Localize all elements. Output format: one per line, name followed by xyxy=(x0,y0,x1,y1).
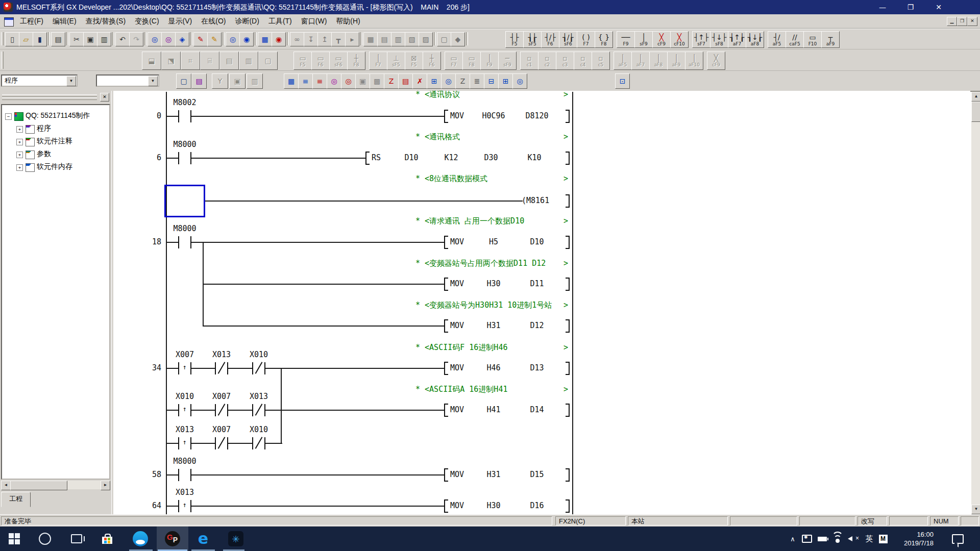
toolbar-comment-display-button[interactable]: ▢ xyxy=(176,73,191,89)
toolbar-find-contact-button[interactable]: ◎ xyxy=(327,73,341,89)
sfc-tool-2[interactable]: ⌗ xyxy=(181,52,200,70)
project-tab[interactable]: 工程 xyxy=(1,492,31,507)
close-panel-icon[interactable]: ✕ xyxy=(100,93,109,102)
sfc-symbol-c5-17-button[interactable]: ▫c5 xyxy=(592,52,610,70)
sfc-tool-1[interactable]: ⬔ xyxy=(161,52,181,70)
toolbar-window-split-button[interactable]: ⊟ xyxy=(484,73,499,89)
tree-hscroll-thumb[interactable] xyxy=(10,481,67,490)
program-type-combobox[interactable]: 程序▼ xyxy=(1,74,78,87)
ladder-contact[interactable] xyxy=(178,437,191,449)
sfc-symbol-F9-11-button[interactable]: │F9 xyxy=(480,52,499,70)
sfc-symbol-sF9-12-button[interactable]: ─sF9 xyxy=(498,52,517,70)
toolbar-ladder-block-button[interactable]: ⊞ xyxy=(427,73,442,89)
toolbar-note-show-button[interactable]: ≣ xyxy=(470,73,484,89)
toolbar-help-pointer-button[interactable]: ◆ xyxy=(451,32,465,46)
tree-item-1[interactable]: +软元件注释 xyxy=(3,137,110,147)
ladder-symbol-caF5-button[interactable]: ∕∕caF5 xyxy=(786,31,804,48)
ladder-symbol-cF10-button[interactable]: ╳cF10 xyxy=(670,31,689,48)
toolbar-program-structure-button[interactable]: ▤ xyxy=(191,73,207,89)
toolbar-undo-button[interactable]: ↶ xyxy=(115,32,130,46)
toolbar-zoom-out-button[interactable]: ◎ xyxy=(226,32,240,46)
chevron-down-icon[interactable]: ▼ xyxy=(66,76,76,86)
toolbar-monitor-start-button[interactable]: ≡ xyxy=(298,73,313,89)
sfc-symbol-aF10-22-button[interactable]: │aF10 xyxy=(685,52,703,70)
menu-item-4[interactable]: 显示(V) xyxy=(164,17,197,26)
toolbar-print-preview-button[interactable]: ▢ xyxy=(437,32,451,46)
toolbar-redo-button[interactable]: ↷ xyxy=(129,32,143,46)
toolbar-find-device-button[interactable]: ◈ xyxy=(175,32,189,46)
menu-item-7[interactable]: 工具(T) xyxy=(264,17,297,26)
ladder-symbol-F5-button[interactable]: ┤├F5 xyxy=(505,31,524,48)
minimize-button[interactable]: — xyxy=(871,0,894,14)
menu-item-9[interactable]: 帮助(H) xyxy=(331,17,364,26)
ladder-vscroll-thumb[interactable] xyxy=(971,102,980,122)
tree-expand-icon[interactable]: + xyxy=(16,139,23,145)
ladder-symbol-sF6-button[interactable]: ┧/┟sF6 xyxy=(559,31,577,48)
battery-icon[interactable] xyxy=(815,527,830,551)
toolbar-find-zoom-button[interactable]: ◎ xyxy=(441,73,456,89)
tree-item-3[interactable]: +软元件内存 xyxy=(3,162,110,172)
toolbar-search-step-button[interactable]: ┳ xyxy=(331,32,346,46)
sfc-tool-3[interactable]: ⌸ xyxy=(200,52,219,70)
toolbar-open-file-button[interactable]: ▱ xyxy=(19,32,33,46)
tree-expand-icon[interactable]: + xyxy=(16,152,23,158)
toolbar-window-cascade-button[interactable]: ⊞ xyxy=(498,73,513,89)
sfc-symbol-sF5-6-button[interactable]: ⊥sF5 xyxy=(387,52,405,70)
ladder-instruction[interactable]: RS xyxy=(372,153,381,162)
tree-item-0[interactable]: +程序 xyxy=(3,124,110,134)
toolbar-device-test-button[interactable]: ▣ xyxy=(355,73,370,89)
toolbar-skip-execute-button[interactable]: ▩ xyxy=(370,73,384,89)
sfc-symbol-c3-15-button[interactable]: ▫c3 xyxy=(556,52,574,70)
ladder-vscrollbar[interactable]: ▲ ▼ xyxy=(971,92,980,514)
toolbar-net-monitor-1-button[interactable]: ▦ xyxy=(363,32,378,46)
ladder-instruction[interactable]: MOV xyxy=(450,237,464,246)
toolbar-device-list-button[interactable]: ▣ xyxy=(229,73,246,89)
toolbar-search-down-button[interactable]: ↧ xyxy=(304,32,318,46)
ladder-coil[interactable]: (M8161 xyxy=(522,196,549,205)
sfc-symbol-F8-10-button[interactable]: ▭F8 xyxy=(462,52,481,70)
toolbar-contact-coil-list-button[interactable]: ▥ xyxy=(247,73,263,89)
ladder-symbol-F9-button[interactable]: ──F9 xyxy=(617,31,635,48)
toolbar-ladder-list-toggle-button[interactable]: ▦ xyxy=(284,73,299,89)
maximize-button[interactable]: ❐ xyxy=(899,0,922,14)
sfc-symbol-F5-7-button[interactable]: ⊠F5 xyxy=(405,52,423,70)
sfc-symbol-F8-4-button[interactable]: ┼F8 xyxy=(347,52,365,70)
tree-item-2[interactable]: +参数 xyxy=(3,149,110,160)
ladder-contact[interactable] xyxy=(178,500,191,512)
ime-language-indicator[interactable]: 英 xyxy=(863,527,876,551)
ladder-contact[interactable] xyxy=(178,469,191,481)
mdi-close-button[interactable]: ✕ xyxy=(967,17,977,26)
sfc-symbol-F7-5-button[interactable]: │F7 xyxy=(369,52,387,70)
ladder-symbol-aF7-button[interactable]: ┧↑┟aF7 xyxy=(728,31,746,48)
menu-item-2[interactable]: 查找/替换(S) xyxy=(81,17,131,26)
app-button[interactable]: ✳ xyxy=(224,527,248,551)
sfc-tool-6[interactable]: ▢ xyxy=(258,52,278,70)
toolbar-save-file-button[interactable]: ▮ xyxy=(33,32,47,46)
sfc-symbol-F5-1-button[interactable]: ▭F5 xyxy=(293,52,312,70)
menu-item-6[interactable]: 诊断(D) xyxy=(230,17,263,26)
toolbar-find-coil-button[interactable]: ◎ xyxy=(341,73,356,89)
ladder-instruction[interactable]: MOV xyxy=(450,405,464,414)
sfc-symbol-aF8-20-button[interactable]: │aF8 xyxy=(649,52,668,70)
ladder-contact[interactable] xyxy=(178,110,191,122)
toolbar-zoom-monitor-button[interactable]: ◎ xyxy=(512,73,527,89)
ladder-instruction[interactable]: MOV xyxy=(450,279,464,288)
toolbar-monitor-mode-button[interactable]: ✎ xyxy=(207,32,222,46)
clock[interactable]: 16:00 2019/7/18 xyxy=(892,527,945,551)
ladder-contact[interactable] xyxy=(178,362,191,374)
ladder-symbol-sF5-button[interactable]: ┧┟sF5 xyxy=(523,31,542,48)
sfc-symbol-F6-2-button[interactable]: ▭F6 xyxy=(311,52,330,70)
store-button[interactable] xyxy=(95,527,119,551)
ladder-symbol-F6-button[interactable]: ┤/├F6 xyxy=(541,31,559,48)
ime-mode-indicator[interactable]: M xyxy=(876,527,890,551)
menu-item-1[interactable]: 编辑(E) xyxy=(48,17,81,26)
ladder-contact[interactable] xyxy=(178,236,191,248)
tree-expand-icon[interactable]: + xyxy=(16,126,23,133)
toolbar-monitor-write-button[interactable]: ≡ xyxy=(312,73,327,89)
toolbar-note-edit-button[interactable]: ✗ xyxy=(412,73,427,89)
ladder-symbol-sF9-button[interactable]: │sF9 xyxy=(634,31,653,48)
sfc-symbol-c4-16-button[interactable]: ▫c4 xyxy=(574,52,592,70)
ladder-editor[interactable]: * <通讯协议>* <通讯格式>* <8位通讯数据模式>* <请求通讯 占用一个… xyxy=(113,91,970,514)
sfc-symbol-aF9-21-button[interactable]: │aF9 xyxy=(667,52,685,70)
ladder-contact[interactable] xyxy=(215,437,228,449)
